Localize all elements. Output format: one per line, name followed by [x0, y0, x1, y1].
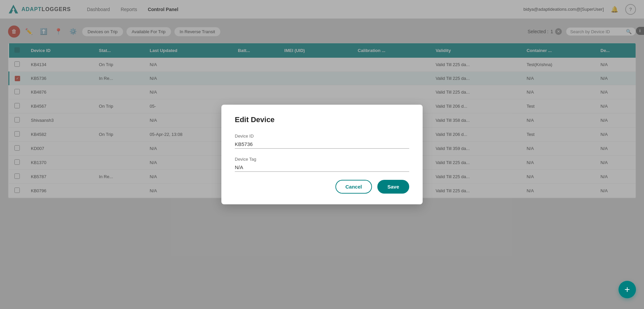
device-tag-input[interactable] — [235, 163, 409, 172]
device-id-input[interactable] — [235, 140, 409, 149]
fab-add-button[interactable]: + — [619, 281, 636, 298]
edit-device-modal: Edit Device Device ID Device Tag Cancel … — [221, 105, 423, 204]
device-id-label: Device ID — [235, 134, 409, 139]
modal-actions: Cancel Save — [235, 180, 409, 194]
modal-title: Edit Device — [235, 115, 409, 124]
cancel-button[interactable]: Cancel — [335, 180, 372, 194]
device-tag-label: Device Tag — [235, 157, 409, 162]
save-button[interactable]: Save — [377, 180, 409, 194]
device-tag-group: Device Tag — [235, 157, 409, 172]
device-id-group: Device ID — [235, 134, 409, 149]
modal-overlay: Edit Device Device ID Device Tag Cancel … — [0, 0, 644, 309]
